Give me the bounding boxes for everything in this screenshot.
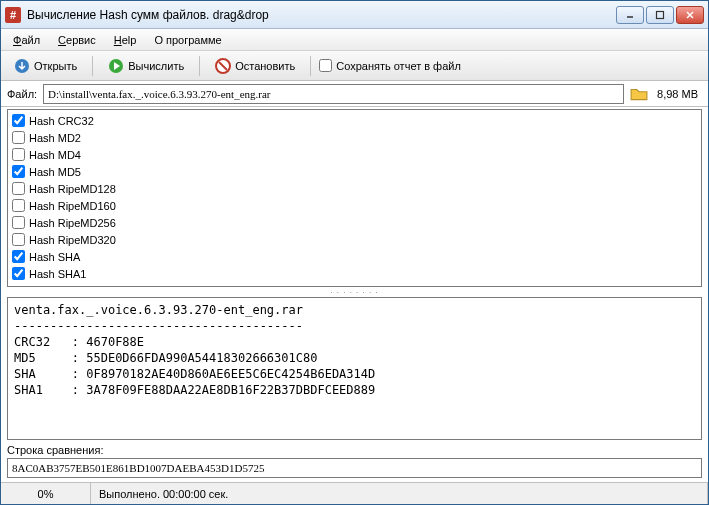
- save-report-label: Сохранять отчет в файл: [336, 60, 461, 72]
- hash-checkbox[interactable]: [12, 165, 25, 178]
- compare-input[interactable]: [7, 458, 702, 478]
- toolbar: Открыть Вычислить Остановить Сохранять о…: [1, 51, 708, 81]
- hash-row[interactable]: Hash RipeMD256: [12, 214, 697, 231]
- hash-row[interactable]: Hash MD2: [12, 129, 697, 146]
- separator: [92, 56, 93, 76]
- compute-label: Вычислить: [128, 60, 184, 72]
- hash-label: Hash MD4: [29, 149, 81, 161]
- file-label: Файл:: [7, 88, 37, 100]
- hash-row[interactable]: Hash MD4: [12, 146, 697, 163]
- menu-help[interactable]: Help: [106, 32, 145, 48]
- menu-file[interactable]: Файл: [5, 32, 48, 48]
- stop-icon: [215, 58, 231, 74]
- hash-label: Hash RipeMD320: [29, 234, 116, 246]
- status-text: Выполнено. 00:00:00 сек.: [91, 483, 708, 504]
- separator: [310, 56, 311, 76]
- hash-label: Hash SHA: [29, 251, 80, 263]
- hash-row[interactable]: Hash RipeMD160: [12, 197, 697, 214]
- hash-label: Hash RipeMD160: [29, 200, 116, 212]
- maximize-button[interactable]: [646, 6, 674, 24]
- hash-label: Hash CRC32: [29, 115, 94, 127]
- app-icon: #: [5, 7, 21, 23]
- menubar: Файл Сервис Help О программе: [1, 29, 708, 51]
- hash-label: Hash RipeMD256: [29, 217, 116, 229]
- folder-icon[interactable]: [630, 86, 648, 102]
- svg-rect-1: [657, 11, 664, 18]
- separator: [199, 56, 200, 76]
- hash-list[interactable]: Hash CRC32Hash MD2Hash MD4Hash MD5Hash R…: [7, 109, 702, 287]
- hash-checkbox[interactable]: [12, 216, 25, 229]
- hash-checkbox[interactable]: [12, 114, 25, 127]
- hash-checkbox[interactable]: [12, 233, 25, 246]
- play-icon: [108, 58, 124, 74]
- hash-checkbox[interactable]: [12, 148, 25, 161]
- hash-checkbox[interactable]: [12, 250, 25, 263]
- window-title: Вычисление Hash сумм файлов. drag&drop: [27, 8, 616, 22]
- hash-row[interactable]: Hash SHA: [12, 248, 697, 265]
- save-report-input[interactable]: [319, 59, 332, 72]
- hash-checkbox[interactable]: [12, 199, 25, 212]
- hash-checkbox[interactable]: [12, 182, 25, 195]
- hash-row[interactable]: Hash SHA1: [12, 265, 697, 282]
- hash-row[interactable]: Hash RipeMD320: [12, 231, 697, 248]
- hash-checkbox[interactable]: [12, 267, 25, 280]
- open-button[interactable]: Открыть: [7, 55, 84, 77]
- hash-row[interactable]: Hash CRC32: [12, 112, 697, 129]
- hash-label: Hash MD2: [29, 132, 81, 144]
- file-bar: Файл: 8,98 MB: [1, 81, 708, 107]
- stop-label: Остановить: [235, 60, 295, 72]
- open-label: Открыть: [34, 60, 77, 72]
- close-button[interactable]: [676, 6, 704, 24]
- menu-service[interactable]: Сервис: [50, 32, 104, 48]
- file-path-input[interactable]: [43, 84, 624, 104]
- hash-row[interactable]: Hash MD5: [12, 163, 697, 180]
- hash-label: Hash RipeMD128: [29, 183, 116, 195]
- statusbar: 0% Выполнено. 00:00:00 сек.: [1, 482, 708, 504]
- hash-label: Hash SHA1: [29, 268, 86, 280]
- menu-about[interactable]: О программе: [146, 32, 229, 48]
- output-pane[interactable]: venta.fax._.voice.6.3.93.270-ent_eng.rar…: [7, 297, 702, 440]
- titlebar[interactable]: # Вычисление Hash сумм файлов. drag&drop: [1, 1, 708, 29]
- stop-button[interactable]: Остановить: [208, 55, 302, 77]
- splitter[interactable]: · · · · · · · ·: [7, 287, 702, 297]
- compute-button[interactable]: Вычислить: [101, 55, 191, 77]
- hash-checkbox[interactable]: [12, 131, 25, 144]
- minimize-button[interactable]: [616, 6, 644, 24]
- save-report-checkbox[interactable]: Сохранять отчет в файл: [319, 59, 461, 72]
- open-icon: [14, 58, 30, 74]
- status-percent: 0%: [1, 483, 91, 504]
- compare-bar: Строка сравнения:: [1, 442, 708, 482]
- hash-label: Hash MD5: [29, 166, 81, 178]
- app-window: # Вычисление Hash сумм файлов. drag&drop…: [0, 0, 709, 505]
- file-size: 8,98 MB: [654, 88, 702, 100]
- compare-label: Строка сравнения:: [7, 444, 702, 456]
- hash-row[interactable]: Hash RipeMD128: [12, 180, 697, 197]
